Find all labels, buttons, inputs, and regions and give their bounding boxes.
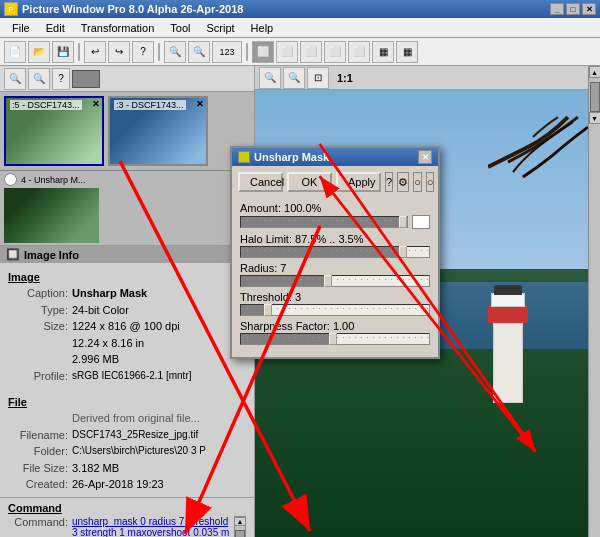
menu-help[interactable]: Help bbox=[243, 20, 282, 36]
folder-row: Folder: C:\Users\birch\Pictures\20 3 P bbox=[8, 443, 246, 460]
ok-button[interactable]: OK bbox=[287, 172, 332, 192]
scroll-up[interactable]: ▲ bbox=[234, 517, 246, 526]
sharpness-slider-thumb[interactable] bbox=[329, 333, 337, 345]
tool-6[interactable]: ▦ bbox=[372, 41, 394, 63]
thumb-zoom-out[interactable]: 🔍 bbox=[28, 68, 50, 90]
tool-7[interactable]: ▦ bbox=[396, 41, 418, 63]
zoom-out-button[interactable]: 🔍 bbox=[188, 41, 210, 63]
menu-script[interactable]: Script bbox=[198, 20, 242, 36]
help-button[interactable]: ? bbox=[132, 41, 154, 63]
help-icon-button[interactable]: ? bbox=[385, 172, 393, 192]
dialog-title-text: Unsharp Mask bbox=[254, 151, 329, 163]
halo-slider-thumb[interactable] bbox=[399, 246, 407, 258]
created-label: Created: bbox=[8, 476, 68, 493]
minimize-button[interactable]: _ bbox=[550, 3, 564, 15]
dialog-content: Amount: 100.0% Halo Limit: 87.5% .. 3.5% bbox=[232, 198, 438, 357]
settings-icon-button[interactable]: ⚙ bbox=[397, 172, 409, 192]
thumbnail-1[interactable]: :5 - DSCF1743... ✕ bbox=[4, 96, 104, 166]
scroll-down-arrow[interactable]: ▼ bbox=[589, 112, 601, 124]
preview-icon-button-2[interactable]: ○ bbox=[426, 172, 435, 192]
right-zoom-out[interactable]: 🔍 bbox=[283, 67, 305, 89]
threshold-slider[interactable] bbox=[240, 304, 430, 316]
thumb-question[interactable]: ? bbox=[52, 68, 70, 90]
thumbnail-1-close[interactable]: ✕ bbox=[92, 99, 100, 109]
thumbnail-2-close[interactable]: ✕ bbox=[196, 99, 204, 109]
radius-slider-row bbox=[240, 275, 430, 287]
right-zoom-fit[interactable]: ⊡ bbox=[307, 67, 329, 89]
created-value: 26-Apr-2018 19:23 bbox=[72, 476, 164, 493]
branch-svg bbox=[488, 90, 588, 224]
sharpness-label: Sharpness Factor: 1.00 bbox=[240, 320, 430, 332]
scroll-handle[interactable] bbox=[590, 82, 600, 112]
right-panel-scrollbar[interactable]: ▲ ▼ bbox=[588, 66, 600, 537]
cancel-button[interactable]: Cancel bbox=[238, 172, 283, 192]
menu-file[interactable]: File bbox=[4, 20, 38, 36]
tool-4[interactable]: ⬜ bbox=[324, 41, 346, 63]
maximize-button[interactable]: □ bbox=[566, 3, 580, 15]
title-bar: P Picture Window Pro 8.0 Alpha 26-Apr-20… bbox=[0, 0, 600, 18]
menu-bar: File Edit Transformation Tool Script Hel… bbox=[0, 18, 600, 38]
thumb-zoom-in[interactable]: 🔍 bbox=[4, 68, 26, 90]
thumbnail-2[interactable]: :3 - DSCF1743... ✕ bbox=[108, 96, 208, 166]
folder-label: Folder: bbox=[8, 443, 68, 460]
file-section-title: File bbox=[8, 396, 246, 408]
zoom-in-button[interactable]: 🔍 bbox=[164, 41, 186, 63]
thumbnails-area: :5 - DSCF1743... ✕ :3 - DSCF1743... ✕ bbox=[0, 92, 254, 170]
right-zoom-in[interactable]: 🔍 bbox=[259, 67, 281, 89]
type-row: Type: 24-bit Color bbox=[8, 302, 246, 319]
redo-button[interactable]: ↪ bbox=[108, 41, 130, 63]
caption-label: Caption: bbox=[8, 285, 68, 302]
unsharp-mask-dialog: Unsharp Mask ✕ Cancel OK Apply ? ⚙ ○ ○ A… bbox=[230, 146, 440, 359]
radius-slider-thumb[interactable] bbox=[324, 275, 332, 287]
thumb-color-box bbox=[72, 70, 100, 88]
image-section-title: Image bbox=[8, 271, 246, 283]
radius-param: Radius: 7 bbox=[240, 262, 430, 287]
filesize-mb-spacer bbox=[8, 351, 68, 368]
tool-3[interactable]: ⬜ bbox=[300, 41, 322, 63]
type-value: 24-bit Color bbox=[72, 302, 129, 319]
filename-label: Filename: bbox=[8, 427, 68, 444]
size-inches-spacer bbox=[8, 335, 68, 352]
app-icon: P bbox=[4, 2, 18, 16]
dialog-close-button[interactable]: ✕ bbox=[418, 150, 432, 164]
filesize-mb-value: 2.996 MB bbox=[72, 351, 119, 368]
scroll-thumb[interactable] bbox=[235, 530, 245, 538]
thumbnail-3-radio[interactable] bbox=[4, 173, 17, 186]
tool-5[interactable]: ⬜ bbox=[348, 41, 370, 63]
radius-label: Radius: 7 bbox=[240, 262, 430, 274]
amount-slider[interactable] bbox=[240, 216, 408, 228]
size-inches-row: 12.24 x 8.16 in bbox=[8, 335, 246, 352]
command-scrollbar[interactable]: ▲ ▼ bbox=[234, 516, 246, 538]
halo-slider[interactable] bbox=[240, 246, 430, 258]
menu-tool[interactable]: Tool bbox=[162, 20, 198, 36]
new-button[interactable]: 📄 bbox=[4, 41, 26, 63]
save-button[interactable]: 💾 bbox=[52, 41, 74, 63]
scroll-up-arrow[interactable]: ▲ bbox=[589, 66, 601, 78]
radius-slider[interactable] bbox=[240, 275, 430, 287]
close-button[interactable]: ✕ bbox=[582, 3, 596, 15]
menu-transformation[interactable]: Transformation bbox=[73, 20, 163, 36]
folder-value: C:\Users\birch\Pictures\20 3 P bbox=[72, 443, 206, 460]
tool-1[interactable]: ⬜ bbox=[252, 41, 274, 63]
amount-slider-thumb[interactable] bbox=[399, 216, 407, 228]
info-panel: 🔲 Image Info Image Caption: Unsharp Mask… bbox=[0, 245, 254, 537]
zoom-123[interactable]: 123 bbox=[212, 41, 242, 63]
thumbnail-2-label: :3 - DSCF1743... bbox=[114, 100, 186, 110]
halo-label: Halo Limit: 87.5% .. 3.5% bbox=[240, 233, 430, 245]
filename-row: Filename: DSCF1743_25Resize_jpg.tif bbox=[8, 427, 246, 444]
sharpness-slider[interactable] bbox=[240, 333, 430, 345]
caption-row: Caption: Unsharp Mask bbox=[8, 285, 246, 302]
tool-2[interactable]: ⬜ bbox=[276, 41, 298, 63]
toolbar-separator-2 bbox=[158, 43, 160, 61]
info-section-file: File Derived from original file... Filen… bbox=[0, 388, 254, 497]
threshold-slider-thumb[interactable] bbox=[264, 304, 272, 316]
halo-param: Halo Limit: 87.5% .. 3.5% bbox=[240, 233, 430, 258]
open-button[interactable]: 📂 bbox=[28, 41, 50, 63]
menu-edit[interactable]: Edit bbox=[38, 20, 73, 36]
undo-button[interactable]: ↩ bbox=[84, 41, 106, 63]
threshold-slider-row bbox=[240, 304, 430, 316]
file-size-label: File Size: bbox=[8, 460, 68, 477]
preview-icon-button[interactable]: ○ bbox=[413, 172, 422, 192]
apply-button[interactable]: Apply bbox=[336, 172, 381, 192]
created-row: Created: 26-Apr-2018 19:23 bbox=[8, 476, 246, 493]
